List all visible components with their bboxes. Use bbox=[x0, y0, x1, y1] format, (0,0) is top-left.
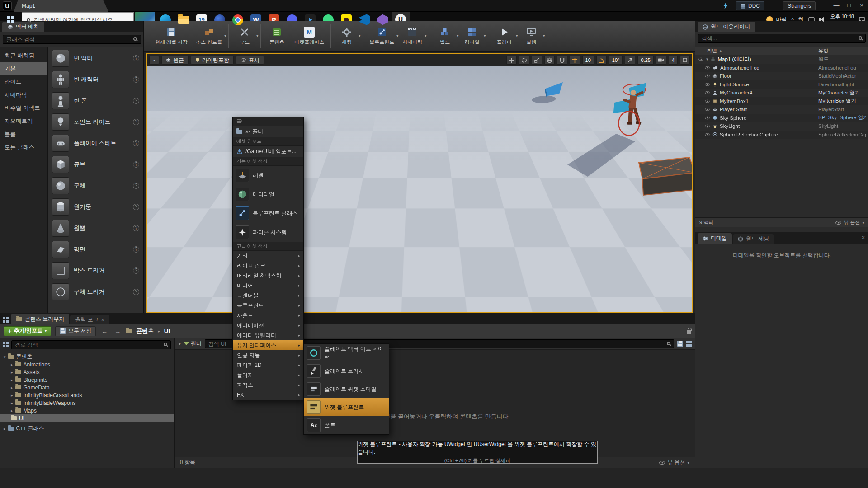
view-options-button[interactable]: 뷰 옵션 ▾ bbox=[835, 219, 864, 226]
menu-item-slate-widget-style[interactable]: 슬레이트 위젯 스타일 bbox=[304, 380, 389, 398]
breadcrumb-current[interactable]: UI bbox=[164, 328, 170, 334]
lit-mode-button[interactable]: 라이팅포함 bbox=[191, 56, 234, 65]
chevron-down-icon[interactable]: ▾ bbox=[484, 34, 486, 38]
play-button[interactable]: 플레이▾ bbox=[491, 23, 518, 49]
content-button[interactable]: 콘텐츠 bbox=[263, 23, 290, 49]
tree-item[interactable]: ▸Animations bbox=[0, 361, 174, 368]
angle-snap-value[interactable]: 10° bbox=[609, 56, 623, 65]
forward-button[interactable]: → bbox=[113, 328, 122, 335]
caret-right-icon[interactable]: ▸ bbox=[11, 370, 13, 375]
marketplace-button[interactable]: M 마켓플레이스 bbox=[290, 23, 328, 49]
chevron-down-icon[interactable]: ▾ bbox=[425, 34, 426, 38]
menu-item-media[interactable]: 미디어▸ bbox=[233, 281, 303, 291]
menu-item-misc[interactable]: 기타▸ bbox=[233, 251, 303, 261]
list-item[interactable]: 박스 트리거? bbox=[48, 260, 143, 281]
category-recent[interactable]: 최근 배치됨 bbox=[0, 49, 47, 62]
menu-item-sounds[interactable]: 사운드▸ bbox=[233, 310, 303, 320]
list-item[interactable]: 원뿔? bbox=[48, 217, 143, 239]
caret-right-icon[interactable]: ▸ bbox=[11, 401, 13, 405]
open-blueprint-link[interactable]: MyItemBox 열기 bbox=[818, 98, 867, 104]
list-item[interactable]: 원기둥? bbox=[48, 196, 143, 217]
settings-button[interactable]: 세팅▾ bbox=[333, 23, 360, 49]
menu-item-physics[interactable]: 피직스▸ bbox=[233, 380, 303, 390]
column-type[interactable]: 유형 bbox=[818, 47, 828, 54]
level-tab[interactable]: Map1 bbox=[14, 0, 108, 12]
outliner-search-input[interactable] bbox=[698, 34, 866, 43]
tree-item[interactable]: ▸InfinityBladeWeapons bbox=[0, 399, 174, 407]
table-row[interactable]: Light Source DirectionalLight bbox=[695, 80, 868, 89]
blueprints-button[interactable]: 블루프린트▾ bbox=[365, 23, 398, 49]
add-import-button[interactable]: + 추가/임포트 ▾ bbox=[4, 326, 51, 336]
visibility-eye-icon[interactable] bbox=[705, 91, 709, 94]
menu-item-paper2d[interactable]: 페이퍼 2D▸ bbox=[233, 360, 303, 370]
tree-item[interactable]: ▸Blueprints bbox=[0, 376, 174, 384]
world-coord-button[interactable] bbox=[544, 56, 555, 65]
list-item[interactable]: 구체 트리거? bbox=[48, 281, 143, 302]
category-all-classes[interactable]: 모든 클래스 bbox=[0, 141, 47, 154]
maximize-button[interactable]: □ bbox=[843, 0, 855, 10]
tab-content-browser[interactable]: 콘텐츠 브라우저 bbox=[11, 314, 69, 324]
category-volumes[interactable]: 볼륨 bbox=[0, 128, 47, 141]
menu-item-user-interface[interactable]: 유저 인터페이스▸ bbox=[233, 340, 303, 350]
list-item[interactable]: 플레이어 스타트? bbox=[48, 132, 143, 154]
caret-down-icon[interactable]: ▾ bbox=[706, 57, 708, 61]
gizmo-scale-button[interactable] bbox=[532, 56, 542, 65]
open-blueprint-link[interactable]: MyCharacter 열기 bbox=[818, 89, 867, 96]
launch-button[interactable]: 실행▾ bbox=[518, 23, 545, 49]
gizmo-move-button[interactable] bbox=[506, 56, 517, 65]
chevron-down-icon[interactable]: ▾ bbox=[256, 34, 258, 38]
visibility-eye-icon[interactable] bbox=[705, 133, 709, 136]
build-button[interactable]: 빌드▾ bbox=[431, 23, 458, 49]
sources-toggle-icon[interactable] bbox=[3, 342, 9, 347]
table-row[interactable]: Player Start PlayerStart bbox=[695, 105, 868, 114]
tree-item-cpp-classes[interactable]: ▸C++ 클래스 bbox=[0, 425, 174, 432]
viewport-options-button[interactable]: ▾ bbox=[149, 56, 159, 65]
visibility-eye-icon[interactable] bbox=[705, 117, 709, 119]
menu-item-font[interactable]: Az 폰트 bbox=[304, 416, 389, 434]
menu-item-slate-brush[interactable]: 슬레이트 브러시 bbox=[304, 362, 389, 380]
tree-item[interactable]: ▸InfinityBladeGrassLands bbox=[0, 391, 174, 399]
list-item[interactable]: 포인트 라이트? bbox=[48, 111, 143, 132]
list-item[interactable]: 빈 폰? bbox=[48, 90, 143, 111]
gizmo-rotate-button[interactable] bbox=[519, 56, 529, 65]
list-item[interactable]: 빈 액터? bbox=[48, 47, 143, 69]
tree-item[interactable]: ▸Maps bbox=[0, 407, 174, 414]
angle-snap-icon[interactable] bbox=[596, 56, 607, 65]
grid-snap-icon[interactable] bbox=[570, 56, 580, 65]
visibility-eye-icon[interactable] bbox=[705, 108, 709, 111]
open-blueprint-link[interactable]: BP_Sky_Sphere 열기 bbox=[818, 114, 867, 121]
menu-item-foliage[interactable]: 폴리지▸ bbox=[233, 370, 303, 380]
camera-speed-icon[interactable] bbox=[656, 56, 666, 65]
filters-button[interactable]: ▼ 필터 bbox=[178, 340, 202, 347]
scale-snap-value[interactable]: 0.25 bbox=[637, 56, 653, 65]
tab-world-settings[interactable]: 월드 세팅 bbox=[733, 234, 774, 244]
breadcrumb-root[interactable]: 콘텐츠 bbox=[136, 327, 154, 335]
close-icon[interactable]: × bbox=[862, 235, 865, 241]
menu-item-material[interactable]: 머티리얼 bbox=[233, 185, 303, 204]
visibility-eye-icon[interactable] bbox=[705, 75, 709, 77]
menu-item-widget-blueprint[interactable]: 위젯 블루프린트 bbox=[304, 398, 389, 416]
menu-item-artificial-intelligence[interactable]: 인공 지능▸ bbox=[233, 350, 303, 360]
menu-item-editor-utilities[interactable]: 에디터 유틸리티▸ bbox=[233, 330, 303, 340]
tree-item-content-root[interactable]: ▾콘텐츠 bbox=[0, 353, 174, 361]
menu-item-slate-vector-art[interactable]: 슬레이트 벡터 아트 데이터 bbox=[304, 344, 389, 362]
character-actor[interactable] bbox=[612, 80, 651, 147]
menu-item-blendables[interactable]: 블렌더블▸ bbox=[233, 291, 303, 300]
caret-right-icon[interactable]: ▸ bbox=[11, 362, 13, 367]
menu-item-live-link[interactable]: 라이브 링크▸ bbox=[233, 261, 303, 271]
visibility-eye-icon[interactable] bbox=[705, 83, 709, 86]
maximize-viewport-button[interactable] bbox=[680, 56, 690, 65]
caret-right-icon[interactable]: ▸ bbox=[11, 378, 13, 382]
viewport-scene[interactable]: z y x bbox=[147, 66, 692, 312]
item-box-actor[interactable] bbox=[625, 155, 692, 199]
close-icon[interactable]: × bbox=[101, 317, 104, 323]
table-row[interactable]: MyItemBox1 MyItemBox 열기 bbox=[695, 97, 868, 106]
table-row[interactable]: Sky Sphere BP_Sky_Sphere 열기 bbox=[695, 114, 868, 122]
visibility-eye-icon[interactable] bbox=[705, 100, 709, 103]
category-basic[interactable]: 기본 bbox=[0, 62, 47, 75]
tab-output-log[interactable]: 출력 로그 × bbox=[70, 315, 109, 324]
tab-details[interactable]: 디테일 bbox=[698, 233, 732, 244]
show-flags-button[interactable]: 표시 bbox=[236, 56, 264, 65]
list-item[interactable]: 평면? bbox=[48, 239, 143, 260]
modes-button[interactable]: 모드▾ bbox=[231, 23, 258, 49]
